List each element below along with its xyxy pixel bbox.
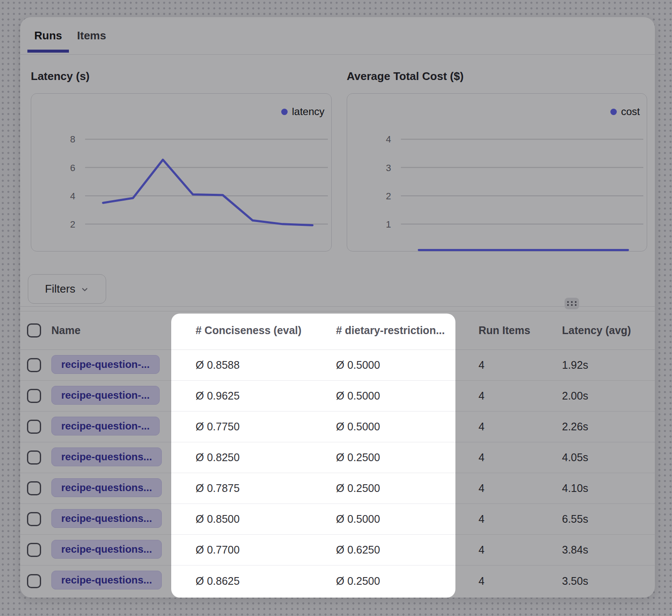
tab-runs-label: Runs [34, 29, 62, 42]
cost-legend: cost [610, 106, 640, 118]
cell-dietary-restriction: Ø 0.2500 [316, 482, 458, 495]
active-tab-underline [27, 50, 69, 53]
tab-items-label: Items [77, 29, 106, 42]
cell-conciseness: Ø 0.8625 [175, 575, 316, 587]
panel-resize-drag-handle[interactable] [565, 298, 579, 309]
cell-dietary-restriction: Ø 0.6250 [316, 544, 458, 556]
cell-conciseness: Ø 0.9625 [175, 390, 316, 402]
cell-run-items: 4 [458, 513, 542, 525]
column-header-run-items: Run Items [458, 324, 542, 337]
cell-latency-avg: 6.55s [542, 513, 655, 525]
run-name-badge[interactable]: recipe-question-... [51, 386, 160, 405]
runs-panel: Runs Items Latency (s) 8642 latency Aver… [20, 17, 655, 598]
svg-text:3: 3 [386, 163, 391, 173]
svg-text:4: 4 [386, 134, 391, 145]
row-checkbox[interactable] [27, 574, 41, 588]
filters-row: Filters [20, 269, 655, 311]
latency-chart: 8642 latency [31, 93, 332, 252]
run-name-badge[interactable]: recipe-questions... [51, 478, 162, 497]
column-header-dietary-restriction: # dietary-restriction... [316, 324, 458, 337]
svg-text:2: 2 [386, 191, 391, 201]
row-checkbox[interactable] [27, 450, 41, 465]
table-row: recipe-questions... Ø 0.8500 Ø 0.5000 4 … [20, 504, 655, 535]
cell-run-items: 4 [458, 575, 542, 587]
row-checkbox[interactable] [27, 543, 41, 557]
cell-dietary-restriction: Ø 0.5000 [316, 513, 458, 525]
cell-dietary-restriction: Ø 0.5000 [316, 421, 458, 433]
cell-latency-avg: 3.50s [542, 575, 655, 587]
cell-dietary-restriction: Ø 0.5000 [316, 359, 458, 371]
tab-bar: Runs Items [20, 17, 655, 55]
table-row: recipe-questions... Ø 0.7875 Ø 0.2500 4 … [20, 473, 655, 504]
cell-conciseness: Ø 0.8500 [175, 513, 316, 525]
cost-chart-group: Average Total Cost ($) 4321 cost [347, 70, 647, 252]
table-row: recipe-questions... Ø 0.7700 Ø 0.6250 4 … [20, 535, 655, 566]
filters-button[interactable]: Filters [28, 274, 106, 304]
filters-button-label: Filters [45, 282, 75, 296]
row-checkbox[interactable] [27, 481, 41, 495]
cell-run-items: 4 [458, 390, 542, 402]
chevron-down-icon [80, 285, 89, 294]
cell-conciseness: Ø 0.7750 [175, 421, 316, 433]
latency-chart-group: Latency (s) 8642 latency [31, 70, 332, 252]
column-header-name: Name [48, 324, 175, 337]
table-row: recipe-questions... Ø 0.8625 Ø 0.2500 4 … [20, 566, 655, 596]
cell-latency-avg: 4.10s [542, 482, 655, 495]
cell-run-items: 4 [458, 544, 542, 556]
cell-conciseness: Ø 0.8588 [175, 359, 316, 371]
row-checkbox[interactable] [27, 420, 41, 434]
cost-chart-title: Average Total Cost ($) [347, 70, 647, 83]
run-name-badge[interactable]: recipe-questions... [51, 571, 162, 589]
cost-chart: 4321 cost [347, 93, 647, 252]
svg-text:6: 6 [70, 163, 75, 173]
latency-legend: latency [281, 106, 324, 118]
cell-dietary-restriction: Ø 0.2500 [316, 575, 458, 587]
svg-text:8: 8 [70, 134, 75, 145]
cell-run-items: 4 [458, 359, 542, 371]
cell-dietary-restriction: Ø 0.2500 [316, 451, 458, 464]
run-name-badge[interactable]: recipe-questions... [51, 509, 162, 528]
cell-run-items: 4 [458, 482, 542, 495]
latency-chart-title: Latency (s) [31, 70, 332, 83]
cell-dietary-restriction: Ø 0.5000 [316, 390, 458, 402]
svg-text:1: 1 [386, 219, 391, 230]
table-body: recipe-question-... Ø 0.8588 Ø 0.5000 4 … [20, 350, 655, 596]
tab-items[interactable]: Items [70, 17, 113, 54]
table-row: recipe-question-... Ø 0.9625 Ø 0.5000 4 … [20, 381, 655, 412]
cell-latency-avg: 2.26s [542, 421, 655, 433]
charts-section: Latency (s) 8642 latency Average Total C… [20, 55, 655, 269]
cell-conciseness: Ø 0.7700 [175, 544, 316, 556]
table-row: recipe-question-... Ø 0.7750 Ø 0.5000 4 … [20, 412, 655, 442]
run-name-badge[interactable]: recipe-questions... [51, 540, 162, 559]
select-all-checkbox[interactable] [27, 323, 41, 338]
row-checkbox[interactable] [27, 389, 41, 403]
cell-run-items: 4 [458, 451, 542, 464]
tab-runs[interactable]: Runs [27, 17, 69, 54]
svg-text:2: 2 [70, 219, 75, 230]
grip-dots-icon [567, 301, 577, 306]
run-name-badge[interactable]: recipe-questions... [51, 447, 162, 466]
table-row: recipe-questions... Ø 0.8250 Ø 0.2500 4 … [20, 442, 655, 473]
cost-legend-dot-icon [610, 109, 617, 115]
cell-run-items: 4 [458, 421, 542, 433]
app-background: { "tabs": [ { "label": "Runs", "active":… [0, 0, 672, 616]
cost-chart-canvas: 4321 [347, 94, 647, 251]
run-name-badge[interactable]: recipe-question-... [51, 417, 160, 435]
column-header-latency-avg: Latency (avg) [542, 324, 655, 337]
run-name-badge[interactable]: recipe-question-... [51, 355, 160, 374]
cell-conciseness: Ø 0.7875 [175, 482, 316, 495]
cost-legend-label: cost [621, 106, 640, 118]
table-row: recipe-question-... Ø 0.8588 Ø 0.5000 4 … [20, 350, 655, 381]
cell-latency-avg: 1.92s [542, 359, 655, 371]
cell-latency-avg: 3.84s [542, 544, 655, 556]
table-header-row: Name # Conciseness (eval) # dietary-rest… [20, 311, 655, 350]
runs-table: Name # Conciseness (eval) # dietary-rest… [20, 311, 655, 598]
column-header-conciseness: # Conciseness (eval) [175, 324, 316, 337]
svg-text:4: 4 [70, 191, 75, 201]
cell-latency-avg: 2.00s [542, 390, 655, 402]
row-checkbox[interactable] [27, 512, 41, 526]
row-checkbox[interactable] [27, 358, 41, 372]
cell-conciseness: Ø 0.8250 [175, 451, 316, 464]
latency-legend-label: latency [292, 106, 324, 118]
latency-legend-dot-icon [281, 109, 288, 115]
